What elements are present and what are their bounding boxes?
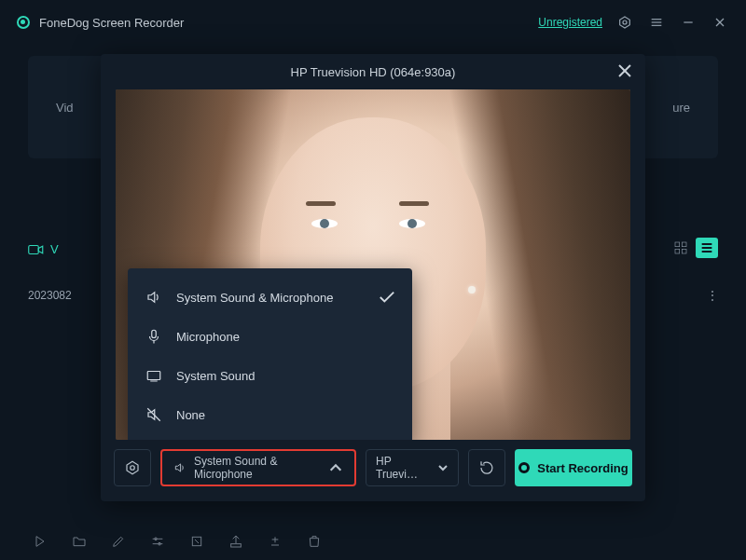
audio-option-label: System Sound & Microphone [176, 291, 333, 305]
add-icon[interactable] [268, 534, 283, 549]
audio-source-selector[interactable]: System Sound & Microphone [160, 449, 356, 486]
svg-rect-29 [152, 330, 157, 337]
svg-rect-23 [231, 544, 242, 547]
export-icon[interactable] [228, 534, 243, 549]
audio-option-label: System Sound [176, 369, 256, 383]
menu-icon[interactable] [647, 13, 666, 32]
camera-selected-label: HP Truevi… [376, 455, 432, 481]
chevron-up-icon [328, 460, 343, 475]
folder-icon[interactable] [72, 534, 87, 549]
bottom-toolbar [33, 534, 322, 549]
chevron-down-icon [437, 462, 449, 473]
dialog-title: HP Truevision HD (064e:930a) [291, 65, 456, 79]
svg-marker-34 [127, 461, 138, 474]
audio-option-system[interactable]: System Sound [128, 356, 412, 395]
edit-icon[interactable] [111, 534, 126, 549]
dialog-close-button[interactable] [617, 63, 632, 78]
video-tab-icon [28, 243, 45, 256]
bg-right-label: ure [672, 101, 690, 115]
close-icon[interactable] [711, 13, 729, 32]
svg-point-1 [623, 20, 627, 24]
start-recording-button[interactable]: Start Recording [515, 449, 632, 486]
start-recording-label: Start Recording [537, 461, 629, 475]
svg-rect-12 [682, 249, 686, 253]
audio-source-dropdown: System Sound & Microphone Microphone Sys… [128, 268, 412, 440]
microphone-icon [145, 328, 163, 345]
trash-icon[interactable] [307, 534, 322, 549]
bg-left-label: Vid [56, 101, 74, 115]
video-tab-label[interactable]: V [50, 242, 59, 256]
minimize-icon[interactable] [679, 13, 698, 32]
camera-dialog: HP Truevision HD (064e:930a) System Soun… [101, 54, 645, 501]
system-sound-icon [145, 367, 163, 384]
sliders-icon[interactable] [150, 534, 165, 549]
grid-view-button[interactable] [670, 238, 692, 258]
record-icon [518, 462, 530, 473]
svg-rect-11 [675, 249, 680, 253]
audio-option-system-mic[interactable]: System Sound & Microphone [128, 278, 412, 317]
svg-marker-0 [620, 17, 630, 28]
speaker-icon [145, 289, 163, 306]
file-date-label: 2023082 [28, 289, 72, 302]
unregistered-link[interactable]: Unregistered [538, 16, 602, 29]
svg-rect-10 [682, 242, 686, 247]
svg-point-35 [131, 466, 135, 471]
play-icon[interactable] [33, 534, 48, 549]
svg-rect-8 [29, 245, 39, 253]
audio-option-microphone[interactable]: Microphone [128, 317, 412, 356]
check-icon [379, 291, 395, 304]
svg-rect-9 [675, 242, 680, 247]
audio-option-none[interactable]: None [128, 395, 412, 434]
compress-icon[interactable] [189, 534, 204, 549]
audio-selected-label: System Sound & Microphone [194, 455, 321, 481]
app-title: FoneDog Screen Recorder [39, 16, 184, 30]
camera-preview: System Sound & Microphone Microphone Sys… [116, 89, 630, 440]
dialog-settings-button[interactable] [114, 449, 151, 486]
mute-icon [145, 406, 163, 423]
list-view-button[interactable] [696, 238, 718, 258]
settings-hex-icon[interactable] [615, 13, 634, 32]
app-logo-icon [17, 16, 30, 29]
audio-option-label: Microphone [176, 330, 240, 344]
svg-marker-16 [36, 537, 44, 547]
camera-selector[interactable]: HP Truevi… [366, 449, 459, 486]
svg-rect-31 [147, 372, 160, 380]
audio-option-label: None [176, 408, 205, 422]
svg-line-22 [195, 540, 199, 543]
reset-button[interactable] [468, 449, 505, 486]
file-menu-icon[interactable]: ⋮ [707, 289, 718, 302]
